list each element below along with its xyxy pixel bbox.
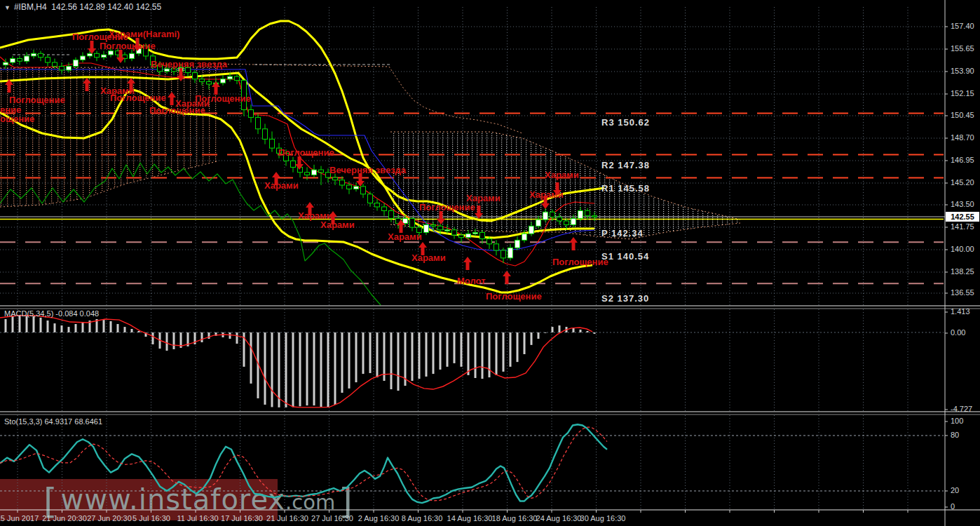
candle-body — [361, 187, 366, 194]
panel-separator — [0, 412, 980, 414]
candle-body — [319, 170, 324, 173]
time-axis-label: 11 Jul 16:30 — [177, 514, 218, 522]
stochastic-indicator-label: Sto(15,3,3) 64.9317 68.6461 — [4, 417, 102, 426]
time-axis-label: 21 Jun 20:30 — [42, 514, 87, 522]
time-axis-label: 21 Jul 16:30 — [266, 514, 308, 522]
symbol-period-label: #IBM,H4 — [14, 2, 47, 12]
candle-body — [312, 170, 317, 175]
candle-body — [235, 76, 240, 80]
down-signal-arrow-icon — [88, 41, 96, 54]
pattern-annotation: Поглощение — [278, 147, 334, 158]
chart-canvas[interactable] — [0, 0, 980, 526]
candle-body — [452, 230, 457, 235]
pattern-annotation: Харами — [388, 231, 422, 242]
candle-body — [410, 218, 415, 227]
pattern-annotation: ощение — [0, 114, 34, 124]
candle-body — [424, 224, 429, 232]
price-axis-label: 143.50 — [951, 200, 974, 208]
pattern-annotation: Харами — [320, 220, 355, 230]
candle-body — [529, 226, 534, 234]
candle-body — [354, 187, 359, 189]
time-axis-label: 27 Jul 16:30 — [311, 514, 353, 522]
sto-axis-label: 100 — [951, 417, 963, 425]
candle-body — [389, 210, 394, 218]
pattern-annotation: Поглощение — [195, 93, 251, 104]
candle-body — [11, 59, 15, 62]
pivot-label-r2: R2 147.38 — [601, 160, 650, 170]
pattern-annotation: Поглощение — [100, 41, 156, 51]
candle-body — [438, 226, 443, 229]
price-axis-label: 140.00 — [951, 245, 974, 253]
candle-body — [375, 203, 380, 207]
candle-body — [368, 194, 373, 203]
pivot-label-r1: R1 145.58 — [601, 183, 650, 194]
candle-body — [53, 62, 57, 66]
candle-body — [571, 218, 576, 224]
up-signal-arrow-icon — [463, 257, 472, 270]
candle-body — [200, 79, 205, 82]
candle-body — [445, 230, 450, 231]
candle-body — [480, 232, 485, 238]
candle-body — [74, 60, 79, 66]
time-axis-label: 27 Jun 20:30 — [87, 514, 132, 522]
macd-indicator-label: MACD(5,34,5) -0.084 0.048 — [4, 309, 99, 318]
price-axis-label: 146.95 — [951, 156, 974, 164]
pattern-annotation: Харами — [545, 170, 579, 180]
price-axis-label: 157.40 — [951, 22, 974, 30]
sto-axis-label: 0 — [951, 502, 955, 511]
pattern-annotation: Поглощение — [149, 105, 205, 116]
sto-axis-label: 80 — [951, 431, 959, 439]
price-axis-label: 152.15 — [951, 89, 974, 97]
candle-body — [291, 161, 296, 167]
pattern-annotation: Вечерняя звезда — [329, 165, 406, 175]
symbol-dropdown-icon[interactable]: ▼ — [4, 4, 11, 11]
candle-body — [494, 244, 499, 250]
price-axis-label: 155.65 — [951, 44, 974, 53]
candle-body — [522, 234, 527, 240]
time-axis-label: 14 Aug 16:30 — [447, 514, 493, 522]
candle-body — [403, 218, 408, 223]
pivot-label-p: P 142.34 — [601, 228, 644, 238]
candle-body — [25, 56, 29, 61]
pattern-annotation: Харами — [529, 189, 564, 200]
time-axis-label: 17 Jul 16:30 — [221, 514, 263, 522]
pattern-annotation: Поглощение — [486, 291, 542, 302]
candle-body — [228, 76, 233, 79]
candle-body — [592, 216, 597, 217]
pivot-label-s2: S2 137.30 — [601, 293, 649, 304]
candle-body — [508, 248, 513, 258]
candle-body — [536, 220, 541, 226]
time-axis-label: 30 Aug 16:30 — [580, 514, 626, 522]
pattern-annotation: Харами(Harami) — [109, 29, 179, 39]
candle-body — [256, 117, 261, 128]
pattern-annotation: Харами — [264, 180, 299, 191]
up-signal-arrow-icon — [503, 271, 511, 284]
candle-body — [347, 185, 352, 189]
candle-body — [32, 53, 36, 56]
price-axis-label: 148.70 — [951, 133, 974, 142]
candle-body — [333, 177, 338, 180]
candle-body — [263, 129, 268, 140]
candle-body — [557, 217, 562, 221]
candle-body — [585, 210, 590, 215]
candle-body — [515, 240, 520, 248]
candle-body — [39, 53, 43, 57]
pattern-annotation: Поглощение — [9, 95, 65, 105]
candle-body — [459, 235, 464, 238]
current-price-box: 142.55 — [946, 212, 979, 222]
pivot-label-s1: S1 140.54 — [601, 251, 649, 262]
candle-body — [466, 234, 471, 237]
up-signal-arrow-icon — [569, 237, 578, 250]
candle-body — [95, 53, 100, 57]
candle-body — [550, 212, 555, 217]
candle-body — [60, 66, 64, 69]
candle-body — [270, 139, 275, 148]
candle-body — [221, 79, 226, 83]
candle-body — [487, 239, 492, 244]
pattern-annotation: Харами — [466, 193, 501, 203]
price-axis-label: 153.90 — [951, 67, 974, 75]
candle-body — [18, 59, 22, 62]
price-axis-label: 141.75 — [951, 222, 974, 231]
candle-body — [382, 207, 387, 210]
candle-body — [340, 180, 345, 185]
